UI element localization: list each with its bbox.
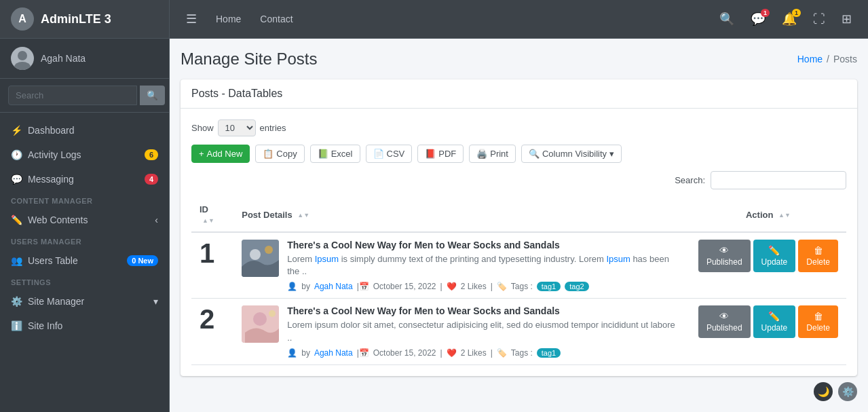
users-table-icon: 👥 xyxy=(11,255,22,266)
show-label: Show xyxy=(191,123,214,133)
search-input[interactable] xyxy=(8,86,137,105)
sidebar-item-web-contents[interactable]: ✏️ Web Contents ‹ xyxy=(0,208,169,232)
pdf-icon: 📕 xyxy=(425,149,436,159)
apps-button[interactable]: ⊞ xyxy=(836,7,857,31)
search-label: Search: xyxy=(675,175,705,185)
author-link[interactable]: Agah Nata xyxy=(314,282,353,291)
print-button[interactable]: 🖨️ Print xyxy=(469,145,516,163)
brand-name: AdminLTE 3 xyxy=(41,12,111,26)
table-search-input[interactable] xyxy=(711,171,846,189)
column-visibility-icon: 🔍 xyxy=(529,149,540,159)
card-title: Posts - DataTables xyxy=(191,88,282,99)
col-action: Action ▲▼ xyxy=(690,198,846,232)
post-content: There's a Cool New Way for Men to Wear S… xyxy=(287,305,682,357)
plus-icon: + xyxy=(199,149,204,159)
messages-badge: 1 xyxy=(761,9,770,17)
menu-toggle-button[interactable]: ☰ xyxy=(181,9,202,29)
sidebar-brand: A AdminLTE 3 xyxy=(0,0,169,39)
nav-link-contact[interactable]: Contact xyxy=(254,11,298,27)
delete-button[interactable]: 🗑 Delete xyxy=(798,305,838,338)
sidebar-item-label: Activity Logs xyxy=(28,149,81,160)
update-button[interactable]: ✏️ Update xyxy=(753,305,796,338)
svg-point-7 xyxy=(269,310,276,317)
notifications-button[interactable]: 🔔 1 xyxy=(776,7,802,31)
web-contents-icon: ✏️ xyxy=(11,214,22,225)
svg-point-0 xyxy=(18,51,27,60)
search-button[interactable]: 🔍 xyxy=(140,86,165,105)
tag-icon: 🏷️ xyxy=(497,348,507,358)
delete-button[interactable]: 🗑 Delete xyxy=(798,240,838,272)
eye-icon: 👁 xyxy=(719,245,729,256)
author-link[interactable]: Agah Nata xyxy=(314,348,353,358)
update-button[interactable]: ✏️ Update xyxy=(753,240,796,272)
breadcrumb-current: Posts xyxy=(833,54,857,64)
svg-point-4 xyxy=(265,246,273,254)
show-select[interactable]: 10 25 50 100 xyxy=(218,119,256,136)
eye-icon: 👁 xyxy=(719,311,729,322)
copy-button[interactable]: 📋 Copy xyxy=(255,145,304,163)
dashboard-icon: ⚡ xyxy=(11,125,22,136)
post-content: There's a Cool New Way for Men to Wear S… xyxy=(287,240,682,291)
row-id-cell: 2 xyxy=(191,299,233,364)
copy-icon: 📋 xyxy=(263,149,273,159)
top-navbar: ☰ Home Contact 🔍 💬 1 🔔 1 ⛶ ⊞ xyxy=(170,0,868,39)
breadcrumb: Home / Posts xyxy=(797,54,857,64)
add-new-button[interactable]: + Add New xyxy=(191,145,250,163)
nav-link-home[interactable]: Home xyxy=(210,11,246,27)
row-number: 2 xyxy=(200,304,220,334)
breadcrumb-home[interactable]: Home xyxy=(797,54,823,64)
site-manager-icon: ⚙️ xyxy=(11,296,22,307)
sidebar-item-label: Dashboard xyxy=(28,125,75,136)
sidebar-item-activity-logs[interactable]: 🕐 Activity Logs 6 xyxy=(0,143,169,167)
sort-icon[interactable]: ▲▼ xyxy=(297,212,309,219)
sidebar-item-site-info[interactable]: ℹ️ Site Info xyxy=(0,314,169,338)
sidebar-item-label: Messaging xyxy=(28,174,74,185)
page-title: Manage Site Posts xyxy=(181,50,317,69)
csv-button[interactable]: 📄 CSV xyxy=(366,145,413,163)
table-row: 1 xyxy=(191,232,846,299)
heart-icon: ❤️ xyxy=(447,282,457,291)
published-button[interactable]: 👁 Published xyxy=(698,240,751,272)
likes-count: 2 Likes xyxy=(461,348,487,358)
action-cell: 👁 Published ✏️ Update 🗑 xyxy=(690,232,846,299)
post-meta: 👤 by Agah Nata |📅 October 15, 2022 | ❤️ … xyxy=(287,348,682,358)
column-visibility-button[interactable]: 🔍 Column Visibility ▾ xyxy=(521,145,622,163)
card-body: Show 10 25 50 100 entries + Add xyxy=(181,109,857,376)
brand-icon: A xyxy=(11,7,34,31)
sort-icon[interactable]: ▲▼ xyxy=(202,217,214,224)
sidebar-search-container: 🔍 xyxy=(0,79,169,113)
settings-cog-button[interactable]: ⚙️ xyxy=(838,382,857,401)
excel-button[interactable]: 📗 Excel xyxy=(310,145,360,163)
messages-button[interactable]: 💬 1 xyxy=(745,7,771,31)
sidebar-user: Agah Nata xyxy=(0,39,169,79)
section-users-manager: USERS MANAGER xyxy=(0,232,169,248)
row-number: 1 xyxy=(200,238,220,268)
fullscreen-button[interactable]: ⛶ xyxy=(808,8,831,31)
datatable-search: Search: xyxy=(191,171,846,189)
search-button[interactable]: 🔍 xyxy=(714,7,740,31)
edit-icon: ✏️ xyxy=(768,311,780,322)
sidebar-item-users-table[interactable]: 👥 Users Table 0 New xyxy=(0,248,169,273)
post-thumbnail xyxy=(242,305,279,343)
sidebar-item-label: Site Info xyxy=(28,320,62,331)
breadcrumb-separator: / xyxy=(827,54,829,64)
tag-icon: 🏷️ xyxy=(497,282,507,291)
dark-mode-toggle-button[interactable]: 🌙 xyxy=(814,382,833,401)
published-button[interactable]: 👁 Published xyxy=(698,305,751,338)
show-entries: Show 10 25 50 100 entries xyxy=(191,119,286,136)
sidebar-item-dashboard[interactable]: ⚡ Dashboard xyxy=(0,118,169,143)
site-info-icon: ℹ️ xyxy=(11,320,22,331)
activity-logs-badge: 6 xyxy=(145,149,158,160)
section-settings: SETTINGS xyxy=(0,273,169,289)
post-excerpt: Lorem ipsum dolor sit amet, consectetur … xyxy=(287,319,682,343)
excel-icon: 📗 xyxy=(318,149,328,159)
sidebar-item-site-manager[interactable]: ⚙️ Site Manager ▾ xyxy=(0,289,169,314)
post-row: There's a Cool New Way for Men to Wear S… xyxy=(242,240,682,291)
section-content-manager: CONTENT MANAGER xyxy=(0,191,169,208)
sidebar-item-messaging[interactable]: 💬 Messaging 4 xyxy=(0,167,169,191)
author-icon: 👤 xyxy=(287,282,297,291)
pdf-button[interactable]: 📕 PDF xyxy=(417,145,464,163)
sort-icon[interactable]: ▲▼ xyxy=(778,212,791,219)
edit-icon: ✏️ xyxy=(768,245,780,256)
post-row: There's a Cool New Way for Men to Wear S… xyxy=(242,305,682,357)
